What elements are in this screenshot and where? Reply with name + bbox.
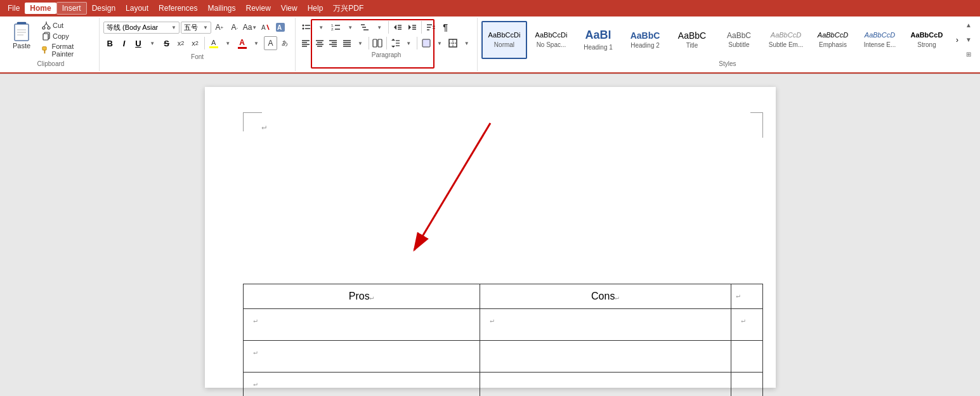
justify-dropdown[interactable]: ▼ bbox=[354, 36, 367, 50]
cut-button[interactable]: Cut bbox=[39, 20, 95, 30]
svg-marker-62 bbox=[391, 46, 395, 48]
menu-mailings[interactable]: Mailings bbox=[202, 3, 240, 14]
align-right-button[interactable] bbox=[327, 36, 339, 50]
align-left-button[interactable] bbox=[299, 36, 312, 50]
shading-button[interactable] bbox=[419, 36, 432, 50]
superscript-button[interactable]: x2 bbox=[188, 36, 201, 50]
borders-button[interactable] bbox=[447, 36, 459, 50]
style-heading2[interactable]: AaBbC Heading 2 bbox=[622, 21, 668, 59]
copy-icon bbox=[42, 32, 51, 41]
style-normal[interactable]: AaBbCcDi Normal bbox=[481, 21, 527, 59]
style-title[interactable]: AaBbC Title bbox=[669, 21, 715, 59]
font-size-dropdown[interactable]: 五号 ▼ bbox=[181, 22, 211, 34]
style-strong[interactable]: AaBbCcD Strong bbox=[904, 21, 950, 59]
styles-scroll: ▲ ▼ ⊞ bbox=[964, 20, 974, 59]
increase-indent-button[interactable] bbox=[405, 20, 419, 34]
svg-rect-60 bbox=[378, 39, 382, 47]
bullet-list-dropdown[interactable]: ▼ bbox=[314, 20, 328, 34]
line-spacing-dropdown[interactable]: ▼ bbox=[402, 36, 415, 50]
clear-format-button[interactable]: A bbox=[258, 20, 272, 34]
font-separator bbox=[204, 37, 205, 50]
multilevel-list-button[interactable] bbox=[358, 20, 372, 34]
shading-dropdown[interactable]: ▼ bbox=[433, 36, 446, 50]
para-sep5 bbox=[417, 37, 417, 50]
styles-section: AaBbCcDi Normal AaBbCcDi No Spac... AaBl… bbox=[478, 18, 977, 71]
svg-marker-61 bbox=[391, 39, 395, 41]
style-normal-label: Normal bbox=[494, 41, 514, 48]
bold-button[interactable]: B bbox=[103, 36, 116, 50]
menu-design[interactable]: Design bbox=[87, 3, 121, 14]
decrease-indent-icon bbox=[393, 22, 403, 32]
underline-button[interactable]: U bbox=[132, 36, 145, 50]
style-more[interactable]: › bbox=[951, 21, 964, 59]
shrink-font-button[interactable]: A- bbox=[228, 20, 242, 34]
styles-scroll-up[interactable]: ▲ bbox=[965, 22, 972, 29]
highlight-a: A bbox=[211, 39, 216, 46]
text-highlight-button[interactable]: A bbox=[207, 36, 220, 50]
paste-button[interactable]: Paste bbox=[6, 20, 37, 59]
multilevel-list-dropdown[interactable]: ▼ bbox=[372, 20, 386, 34]
show-formatting-button[interactable]: ¶ bbox=[438, 20, 452, 34]
sort-button[interactable] bbox=[424, 20, 438, 34]
justify-button[interactable] bbox=[340, 36, 353, 50]
underline-dropdown[interactable]: ▼ bbox=[146, 36, 159, 50]
style-heading1[interactable]: AaBl Heading 1 bbox=[575, 21, 621, 59]
numbered-list-button[interactable]: 1. 2. bbox=[329, 20, 343, 34]
font-family-dropdown[interactable]: 等线 (Body Asiar ▼ bbox=[103, 22, 180, 34]
clipboard-section: Paste Cut bbox=[3, 18, 100, 71]
menu-insert[interactable]: Insert bbox=[56, 2, 87, 15]
style-subtitle[interactable]: AaBbC Subtitle bbox=[716, 21, 762, 59]
text-effects-button[interactable]: A bbox=[273, 20, 287, 34]
style-emphasis-label: Emphasis bbox=[819, 41, 847, 48]
highlight-dropdown[interactable]: ▼ bbox=[221, 36, 234, 50]
strikethrough-button[interactable]: S bbox=[160, 36, 173, 50]
font-color-dropdown[interactable]: ▼ bbox=[250, 36, 263, 50]
menu-layout[interactable]: Layout bbox=[121, 3, 154, 14]
pros-header: Pros bbox=[349, 291, 370, 301]
phonetic-button[interactable]: あ bbox=[278, 36, 291, 50]
menu-help[interactable]: Help bbox=[303, 3, 329, 14]
bullet-list-button[interactable] bbox=[299, 20, 313, 34]
style-no-spacing[interactable]: AaBbCcDi No Spac... bbox=[528, 21, 574, 59]
copy-button[interactable]: Copy bbox=[39, 31, 95, 41]
style-subtle-em[interactable]: AaBbCcD Subtle Em... bbox=[763, 21, 809, 59]
menu-file[interactable]: File bbox=[3, 3, 25, 14]
styles-expand[interactable]: ⊞ bbox=[966, 51, 971, 58]
table-row-3: ↵ bbox=[243, 373, 762, 397]
menu-bar: File Home Insert Design Layout Reference… bbox=[0, 0, 980, 16]
format-painter-button[interactable]: Format Painter bbox=[39, 42, 95, 58]
style-emphasis[interactable]: AaBbCcD Emphasis bbox=[810, 21, 856, 59]
font-color-a: A bbox=[239, 38, 245, 47]
grow-font-button[interactable]: A+ bbox=[212, 20, 226, 34]
style-subtle-em-label: Subtle Em... bbox=[769, 41, 803, 48]
line-spacing-icon bbox=[390, 38, 400, 48]
menu-wanxingpdf[interactable]: 万兴PDF bbox=[328, 2, 369, 15]
font-color-button[interactable]: A bbox=[235, 36, 248, 50]
menu-home[interactable]: Home bbox=[25, 3, 56, 14]
columns-button[interactable] bbox=[371, 36, 384, 50]
style-intense-em-preview: AaBbCcD bbox=[865, 31, 895, 39]
styles-scroll-down[interactable]: ▼ bbox=[965, 36, 972, 43]
extra-row2 bbox=[731, 341, 762, 373]
highlight-swatch bbox=[209, 46, 218, 48]
italic-button[interactable]: I bbox=[117, 36, 130, 50]
svg-marker-42 bbox=[433, 28, 435, 30]
align-center-button[interactable] bbox=[313, 36, 326, 50]
text-border-button[interactable]: A bbox=[264, 36, 277, 50]
change-case-button[interactable]: Aa▼ bbox=[243, 20, 257, 34]
borders-dropdown[interactable]: ▼ bbox=[461, 36, 473, 50]
svg-rect-12 bbox=[43, 34, 48, 40]
menu-references[interactable]: References bbox=[154, 3, 202, 14]
menu-view[interactable]: View bbox=[276, 3, 303, 14]
line-spacing-button[interactable] bbox=[389, 36, 402, 50]
style-intense-em[interactable]: AaBbCcD Intense E... bbox=[857, 21, 903, 59]
svg-point-21 bbox=[303, 28, 304, 30]
numbered-list-dropdown[interactable]: ▼ bbox=[343, 20, 357, 34]
decrease-indent-button[interactable] bbox=[391, 20, 405, 34]
cons-header-cell: Cons↵ bbox=[480, 284, 731, 309]
svg-line-71 bbox=[414, 123, 490, 250]
para-sep4 bbox=[386, 37, 387, 50]
style-heading2-preview: AaBbC bbox=[630, 30, 660, 41]
subscript-button[interactable]: x2 bbox=[174, 36, 187, 50]
menu-review[interactable]: Review bbox=[240, 3, 275, 14]
